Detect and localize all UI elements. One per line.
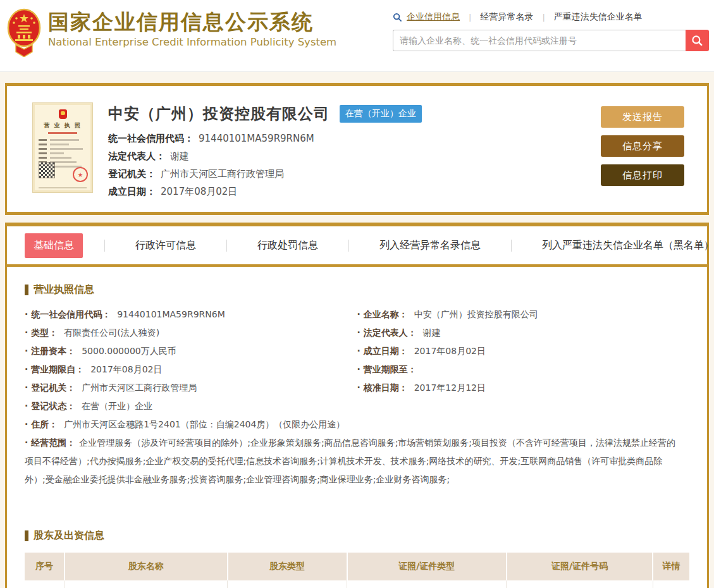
field-label: 成立日期： [108,186,156,197]
field-term-to: 营业期限至： [357,360,690,379]
field-establish-date: 成立日期：2017年08月02日 [357,342,690,360]
cell-cert-number: 91430100188884855Y [507,580,653,588]
col-header-detail: 详情 [653,553,689,580]
search-button[interactable] [686,30,709,51]
field-value: 广州市天河区工商行政管理局 [161,168,284,180]
company-name: 中安（广州）投资控股有限公司 [108,104,329,124]
magnifier-icon [691,35,703,47]
send-report-button[interactable]: 发送报告 [601,106,684,128]
field-label: 登记机关： [108,168,156,180]
site-header: 国家企业信用信息公示系统 National Enterprise Credit … [0,0,714,72]
field-company-type: 类型：有限责任公司(法人独资) [25,324,357,342]
shareholder-table: 序号 股东名称 股东类型 证照/证件类型 证照/证件号码 详情 1 湖南中安资源… [25,553,689,588]
site-title-block: 国家企业信用信息公示系统 National Enterprise Credit … [48,6,336,48]
field-address: 住所：广州市天河区金穗路1号2401（部位：自编2404房）（仅限办公用途） [25,415,689,434]
tab-admin-penalty[interactable]: 行政处罚信息 [249,233,327,258]
shareholder-heading: 股东及出资信息 [25,529,689,542]
field-label: 统一社会信用代码： [108,133,194,144]
detail-content: 营业执照信息 统一社会信用代码：91440101MA59R9RN6M 企业名称：… [7,267,707,588]
header-right: 企业信用信息 | 经营异常名录 | 严重违法失信企业名单 [393,6,709,51]
field-registered-capital: 注册资本：5000.000000万人民币 [25,342,357,360]
col-header-index: 序号 [25,553,65,580]
col-header-cert-number: 证照/证件号码 [507,553,653,580]
col-header-cert-type: 证照/证件类型 [347,553,507,580]
detail-card: 基础信息 行政许可信息 行政处罚信息 列入经营异常名录信息 列入严重违法失信企业… [5,223,709,588]
field-term-from: 营业期限自：2017年08月02日 [25,360,357,379]
field-reg-authority: 登记机关：广州市天河区工商行政管理局 [25,379,357,397]
shareholder-section: 股东及出资信息 序号 股东名称 股东类型 证照/证件类型 证照/证件号码 [25,529,689,588]
field-empty-cell [357,397,690,415]
search-input[interactable] [393,30,686,51]
nav-separator: | [542,13,545,22]
cell-shareholder-name: 湖南中安资源集团有限公司 [65,580,227,588]
field-label: 法定代表人： [108,150,165,162]
field-business-scope: 经营范围：企业管理服务（涉及许可经营项目的除外）;企业形象策划服务;商品信息咨询… [25,434,689,489]
search-icon [393,13,402,22]
tab-admin-license[interactable]: 行政许可信息 [126,233,205,258]
nav-link-serious-violations[interactable]: 严重违法失信企业名单 [554,11,643,23]
heading-text: 股东及出资信息 [34,529,104,542]
license-title: 营 业 执 照 [39,121,87,130]
field-value: 2017年08月02日 [161,186,237,197]
company-summary-card: 营 业 执 照 ★ 中安（广州）投资控股有限公司 在营（开业）企业 [5,83,709,215]
field-reg-status: 登记状态：在营（开业）企业 [25,397,357,415]
site-subtitle: National Enterprise Credit Information P… [48,36,336,48]
summary-legal-rep-row: 法定代表人：谢建 [108,150,594,162]
tab-abnormal-list[interactable]: 列入经营异常名录信息 [371,233,489,258]
action-buttons: 发送报告 信息分享 信息打印 [601,106,684,198]
share-info-button[interactable]: 信息分享 [601,135,684,157]
field-value: 91440101MA59R9RN6M [199,133,314,144]
field-credit-code: 统一社会信用代码：91440101MA59R9RN6M [25,305,357,324]
company-summary-info: 中安（广州）投资控股有限公司 在营（开业）企业 统一社会信用代码：9144010… [108,102,594,198]
print-info-button[interactable]: 信息打印 [601,164,684,186]
heading-marker [25,285,28,295]
tab-separator [511,240,512,252]
field-approval-date: 核准日期：2017年12月12日 [357,379,690,397]
field-value: 谢建 [170,150,189,162]
nav-link-enterprise-credit[interactable]: 企业信用信息 [407,11,460,23]
logo-block: 国家企业信用信息公示系统 National Enterprise Credit … [5,6,336,57]
status-badge: 在营（开业）企业 [340,105,422,123]
nav-link-abnormal-operations[interactable]: 经营异常名录 [480,11,533,23]
cell-index: 1 [25,580,65,588]
license-emblem-icon [59,109,67,119]
cell-shareholder-type: 法人股东 [228,580,347,588]
tab-separator [104,240,105,252]
tab-blacklist[interactable]: 列入严重违法失信企业名单（黑名单）信息 [533,233,714,258]
page-body: 营 业 执 照 ★ 中安（广州）投资控股有限公司 在营（开业）企业 [0,72,714,588]
table-header-row: 序号 股东名称 股东类型 证照/证件类型 证照/证件号码 详情 [25,553,689,580]
national-emblem-logo [6,8,42,57]
license-info-heading: 营业执照信息 [25,283,689,297]
tab-separator [348,240,349,252]
license-red-line [48,132,77,134]
heading-marker [25,530,28,541]
search-bar [393,30,709,51]
tab-bar: 基础信息 行政许可信息 行政处罚信息 列入经营异常名录信息 列入严重违法失信企业… [7,226,707,267]
col-header-shareholder-type: 股东类型 [228,553,347,580]
field-legal-rep: 法定代表人：谢建 [357,324,690,342]
cell-detail [653,580,689,588]
nav-separator: | [469,13,471,22]
tab-separator [226,240,227,252]
table-row: 1 湖南中安资源集团有限公司 法人股东 其他 91430100188884855… [25,580,689,588]
top-nav: 企业信用信息 | 经营异常名录 | 严重违法失信企业名单 [393,9,709,25]
license-fields-grid: 统一社会信用代码：91440101MA59R9RN6M 企业名称：中安（广州）投… [25,305,689,489]
site-title: 国家企业信用信息公示系统 [48,10,336,34]
summary-credit-code-row: 统一社会信用代码：91440101MA59R9RN6M [108,133,594,145]
field-company-name: 企业名称：中安（广州）投资控股有限公司 [357,305,690,324]
tab-basic-info[interactable]: 基础信息 [25,233,83,258]
license-footer-line [39,187,87,188]
heading-text: 营业执照信息 [34,283,94,297]
business-license-thumbnail[interactable]: 营 业 执 照 ★ [32,102,93,193]
license-red-seal: ★ [73,167,88,182]
summary-reg-authority-row: 登记机关：广州市天河区工商行政管理局 [108,168,594,180]
summary-establish-date-row: 成立日期：2017年08月02日 [108,186,594,198]
col-header-shareholder-name: 股东名称 [65,553,227,580]
license-qr-code [39,162,55,178]
cell-cert-type: 其他 [347,580,507,588]
